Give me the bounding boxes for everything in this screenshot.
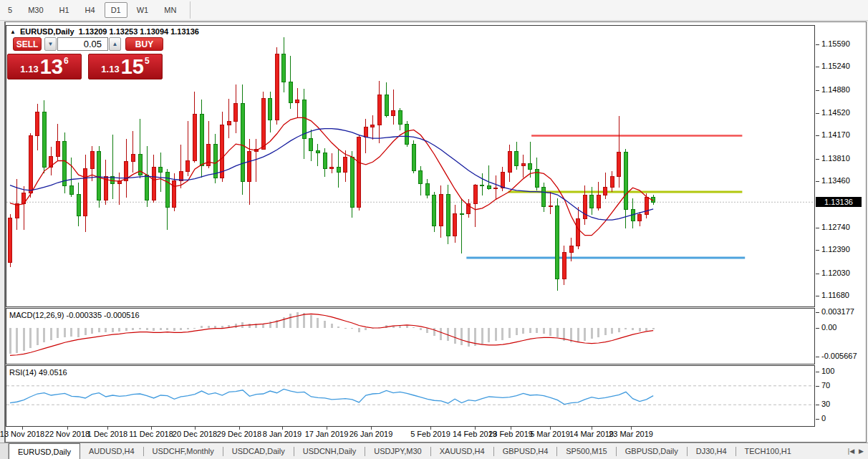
tab-xauusd-h4[interactable]: XAUUSD,H4 [431,443,493,459]
rsi-pane[interactable] [6,365,815,427]
rsi-axis-label: 30 [821,400,830,408]
rsi-axis-tick [816,386,819,387]
sell-price-prefix: 1.13 [20,64,38,74]
date-axis-label: 5 Feb 2019 [410,430,450,438]
rsi-axis-label: 100 [821,367,834,375]
price-axis-tick [816,181,819,182]
price-axis-label: 1.13460 [821,176,850,185]
toolbar-separator [190,1,191,19]
timeframe-button-d1[interactable]: D1 [105,2,127,18]
rsi-label: RSI(14) 49.0516 [9,368,67,377]
rsi-axis-tick [816,419,819,420]
macd-label: MACD(12,26,9) -0.000335 -0.000516 [9,311,140,319]
price-axis-label: 1.13810 [821,154,850,163]
date-axis-label: 8 Jan 2019 [263,430,302,438]
date-axis-label: 20 Dec 2018 [173,430,217,438]
chevron-down-icon: ▼ [48,41,54,47]
chart-ohlc-values: 1.13209 1.13253 1.13094 1.13136 [79,27,199,36]
price-axis-label: 1.12740 [821,223,850,231]
timeframe-button-w1[interactable]: W1 [130,2,155,18]
date-axis-label: 17 Jan 2019 [305,430,349,438]
tab-dj30-h4[interactable]: DJ30,H4 [688,443,736,459]
date-axis-label: 13 Nov 2018 [0,430,44,438]
tab-scroll-first-button[interactable]: |◀ [848,448,854,455]
macd-name: MACD(12,26,9) [9,311,64,319]
date-axis-label: 23 Feb 2019 [488,430,533,438]
symbol-tabbar: EURUSD,DailyAUDUSD,H4USDCHF,MonthlyUSDCA… [0,443,868,459]
chevron-up-icon: ▲ [112,41,118,47]
macd-axis-label: 0.003177 [821,307,854,316]
macd-axis-label: -0.005667 [821,352,857,360]
price-axis-label: 1.12030 [821,269,850,277]
buy-price-prefix: 1.13 [101,64,119,74]
price-axis-label: 1.11680 [821,291,849,299]
rsi-value: 49.0516 [39,368,67,377]
sell-button[interactable]: SELL [13,37,42,51]
tab-usdchf-monthly[interactable]: USDCHF,Monthly [144,443,223,459]
tab-sp500-m15[interactable]: SP500,M15 [557,443,615,459]
price-axis-tick [816,296,819,296]
volume-input[interactable] [57,37,108,51]
collapse-panel-icon[interactable]: ▲ [10,29,16,35]
macd-values: -0.000335 -0.000516 [66,311,139,319]
chart-symbol-title: EURUSD,Daily [20,27,74,36]
price-axis-label: 1.15590 [821,39,850,48]
rsi-axis-tick [816,405,819,405]
macd-axis-label: 0.00 [821,323,836,332]
price-axis-tick [816,159,819,160]
sell-price-box[interactable]: 1.13 13 6 [7,54,82,79]
tab-usdcad-daily[interactable]: USDCAD,Daily [223,443,294,459]
tab-scroll-arrows: |◀▶ [848,443,868,459]
chart-header: ▲ EURUSD,Daily 1.13209 1.13253 1.13094 1… [10,27,199,36]
timeframe-button-h4[interactable]: H4 [79,2,102,18]
current-price-badge: 1.13136 [816,197,862,207]
macd-axis-tick [816,357,819,357]
price-axis-tick [816,135,819,136]
rsi-axis-label: 70 [821,381,830,390]
tab-scroll-next-button[interactable]: ▶ [859,448,864,455]
price-axis-label: 1.14880 [821,85,850,94]
timeframe-button-5[interactable]: 5 [1,2,19,18]
price-axis-tick [816,67,819,67]
date-axis-label: 11 Dec 2018 [129,430,173,438]
date-axis-label: 26 Jan 2019 [349,430,393,438]
price-axis-tick [816,228,819,228]
tab-eurusd-daily[interactable]: EURUSD,Daily [9,443,80,459]
date-axis-label: 29 Dec 2018 [217,430,261,438]
tab-usdcnh-daily[interactable]: USDCNH,Daily [294,443,365,459]
tab-gbpusd-daily[interactable]: GBPUSD,Daily [617,443,687,459]
rsi-line [10,389,653,404]
price-axis-label: 1.12390 [821,245,850,253]
price-axis-label: 1.14170 [821,130,850,139]
buy-price-big: 15 [121,57,144,77]
buy-price-sup: 5 [145,56,150,66]
buy-price-box[interactable]: 1.13 15 5 [88,54,163,79]
price-axis-tick [816,250,819,251]
volume-increase-button[interactable]: ▲ [109,37,121,51]
rsi-axis-tick [816,372,819,372]
sell-price-big: 13 [40,57,63,77]
price-axis-tick [816,274,819,274]
buy-button[interactable]: BUY [125,37,163,51]
price-axis-tick [816,90,819,91]
tab-usdjpy-m30[interactable]: USDJPY,M30 [365,443,430,459]
timeframe-button-h1[interactable]: H1 [53,2,76,18]
macd-axis-tick [816,328,819,329]
price-axis-tick [816,44,819,45]
volume-decrease-button[interactable]: ▼ [44,37,57,51]
timeframe-toolbar: 5M30H1H4D1W1MN [0,0,868,21]
tab-gbpusd-h4[interactable]: GBPUSD,H4 [494,443,557,459]
rsi-name: RSI(14) [9,368,37,377]
timeframe-button-mn[interactable]: MN [158,2,183,18]
price-axis-label: 1.14520 [821,108,850,117]
tab-audusd-h4[interactable]: AUDUSD,H4 [80,443,143,459]
timeframe-button-m30[interactable]: M30 [21,2,49,18]
date-axis-label: 14 Mar 2019 [569,430,614,438]
tab-scroll-area [0,443,9,459]
date-axis-label: 23 Mar 2019 [609,430,653,438]
date-axis-label: 1 Dec 2018 [87,430,127,438]
date-axis-label: 22 Nov 2018 [45,430,90,438]
macd-axis-tick [816,312,819,313]
date-axis-label: 5 Mar 2019 [530,430,570,438]
tab-tech100-h1[interactable]: TECH100,H1 [736,443,800,459]
